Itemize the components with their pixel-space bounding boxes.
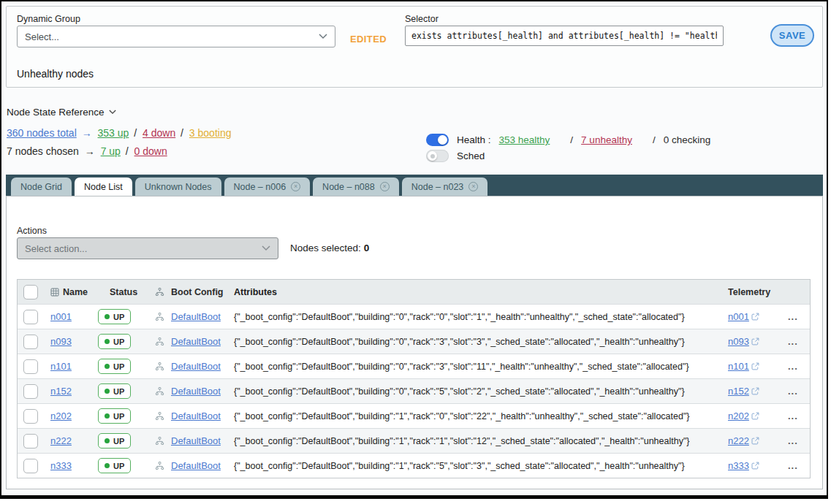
chevron-down-icon [262, 245, 270, 251]
row-checkbox[interactable] [23, 434, 38, 448]
node-name-link[interactable]: n202 [50, 411, 72, 421]
row-menu-button[interactable]: ... [783, 435, 810, 446]
hierarchy-icon [155, 337, 167, 345]
node-name-link[interactable]: n333 [50, 460, 72, 471]
telemetry-link[interactable]: n001 [728, 311, 749, 322]
boot-config-header[interactable]: Boot Config [171, 287, 224, 297]
dynamic-group-select[interactable]: Select... [17, 26, 335, 47]
tab-node-grid[interactable]: Node Grid [11, 177, 72, 196]
table-row: n152 UP DefaultBoot {"_boot_config":"Def… [18, 378, 810, 403]
nodes-up-link[interactable]: 353 up [98, 127, 132, 139]
unhealthy-link[interactable]: 7 unhealthy [581, 134, 634, 145]
separator: / [126, 145, 129, 157]
row-checkbox[interactable] [23, 459, 38, 473]
boot-config-link[interactable]: DefaultBoot [171, 336, 221, 347]
status-dot-icon [105, 413, 110, 419]
hierarchy-icon [155, 462, 167, 470]
row-checkbox[interactable] [23, 310, 38, 324]
action-select[interactable]: Select action... [17, 237, 278, 259]
status-badge: UP [98, 408, 131, 424]
tab-label: Node – n023 [411, 182, 464, 192]
status-label: UP [113, 412, 124, 421]
status-label: UP [113, 337, 124, 346]
node-name-link[interactable]: n222 [50, 435, 72, 446]
tab-close-icon[interactable]: × [468, 182, 478, 191]
node-name-link[interactable]: n101 [50, 361, 72, 372]
table-row: n333 UP DefaultBoot {"_boot_config":"Def… [18, 453, 810, 478]
node-name-link[interactable]: n093 [50, 336, 72, 347]
telemetry-link[interactable]: n152 [728, 386, 749, 397]
group-name-text: Unhealthy nodes [17, 68, 94, 80]
row-checkbox[interactable] [23, 359, 38, 374]
sched-toggle[interactable] [426, 150, 449, 162]
boot-config-link[interactable]: DefaultBoot [171, 386, 221, 397]
health-toggle[interactable] [426, 134, 449, 146]
tab-label: Node List [84, 182, 123, 192]
hierarchy-icon [155, 362, 167, 370]
nodes-selected-text: Nodes selected:0 [290, 243, 369, 253]
telemetry-link[interactable]: n093 [728, 336, 749, 347]
name-header[interactable]: Name [63, 287, 88, 297]
tab-close-icon[interactable]: × [291, 182, 300, 191]
node-state-reference-toggle[interactable]: Node State Reference [7, 107, 116, 118]
row-menu-button[interactable]: ... [783, 336, 810, 347]
selector-input[interactable] [405, 26, 724, 46]
node-totals-line: 360 nodes total → 353 up / 4 down / 3 bo… [7, 127, 233, 139]
telemetry-header: Telemetry [728, 287, 783, 297]
status-label: UP [113, 462, 124, 470]
save-button[interactable]: SAVE [770, 24, 814, 47]
status-badge: UP [98, 359, 131, 374]
tab-unknown-nodes[interactable]: Unknown Nodes [135, 177, 221, 196]
boot-config-link[interactable]: DefaultBoot [171, 411, 221, 421]
tab-node-n088[interactable]: Node – n088 × [313, 177, 399, 196]
chevron-down-icon [319, 34, 327, 39]
sched-label: Sched [457, 150, 485, 161]
node-table: Name Status Boot Config Attributes Telem… [17, 279, 811, 478]
nodes-down-link[interactable]: 4 down [143, 127, 178, 139]
row-checkbox[interactable] [23, 409, 38, 424]
chosen-up-link[interactable]: 7 up [101, 145, 123, 157]
hierarchy-icon [155, 412, 167, 420]
boot-config-link[interactable]: DefaultBoot [171, 361, 221, 372]
status-header[interactable]: Status [98, 287, 137, 297]
boot-config-link[interactable]: DefaultBoot [171, 435, 221, 446]
boot-config-link[interactable]: DefaultBoot [171, 460, 221, 471]
row-menu-button[interactable]: ... [783, 460, 810, 471]
telemetry-link[interactable]: n202 [728, 411, 749, 421]
node-state-reference-label: Node State Reference [7, 107, 105, 118]
telemetry-link[interactable]: n333 [728, 460, 749, 471]
status-label: UP [113, 387, 124, 396]
status-badge: UP [98, 458, 131, 473]
attributes-header: Attributes [232, 287, 728, 297]
external-link-icon [751, 462, 759, 470]
row-menu-button[interactable]: ... [783, 311, 810, 322]
telemetry-link[interactable]: n101 [728, 361, 749, 372]
nodes-booting-link[interactable]: 3 booting [189, 127, 234, 139]
node-name-link[interactable]: n001 [50, 311, 72, 322]
hierarchy-icon [155, 288, 167, 296]
select-all-checkbox[interactable] [23, 285, 38, 299]
chosen-down-link[interactable]: 0 down [134, 145, 170, 157]
telemetry-link[interactable]: n222 [728, 435, 749, 446]
row-checkbox[interactable] [23, 335, 38, 349]
row-menu-button[interactable]: ... [783, 361, 810, 372]
tab-node-n023[interactable]: Node – n023 × [402, 177, 488, 196]
tab-close-icon[interactable]: × [380, 182, 390, 191]
node-name-link[interactable]: n152 [50, 386, 72, 397]
nodes-total-link[interactable]: 360 nodes total [7, 127, 79, 139]
app-window: Dynamic Group Select... EDITED Selector … [0, 0, 828, 499]
hierarchy-icon [155, 437, 167, 445]
row-checkbox[interactable] [23, 384, 38, 399]
row-menu-button[interactable]: ... [783, 411, 810, 421]
tab-node-list[interactable]: Node List [75, 177, 132, 196]
dynamic-group-panel: Dynamic Group Select... EDITED Selector … [6, 6, 823, 88]
healthy-link[interactable]: 353 healthy [499, 134, 553, 145]
attributes-text: {"_boot_config":"DefaultBoot","building"… [232, 436, 728, 446]
row-menu-button[interactable]: ... [783, 386, 810, 397]
dynamic-group-select-value: Select... [25, 31, 59, 42]
tab-label: Node – n006 [234, 182, 287, 192]
boot-config-link[interactable]: DefaultBoot [171, 311, 221, 322]
arrow-icon: → [82, 127, 92, 139]
tab-label: Node Grid [20, 182, 62, 192]
tab-node-n006[interactable]: Node – n006 × [224, 177, 311, 196]
